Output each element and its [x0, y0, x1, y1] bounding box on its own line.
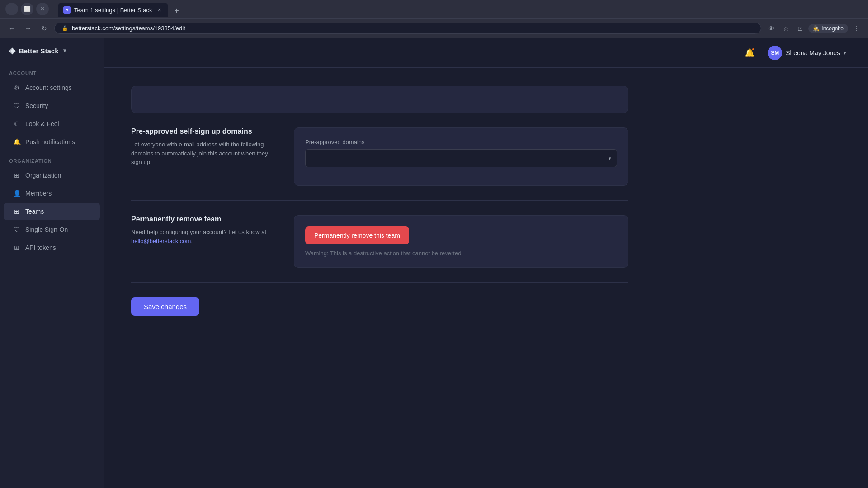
incognito-label: Incognito — [821, 25, 844, 32]
star-icon[interactable]: ☆ — [779, 22, 792, 35]
tab-bar: B Team 1 settings | Better Stack ✕ + — [52, 1, 188, 17]
settings-icon: ⚙ — [13, 84, 21, 92]
brand-icon: ◈ — [9, 46, 15, 56]
content-area: Pre-approved self-sign up domains Let ev… — [131, 86, 628, 316]
sidebar-item-api-tokens[interactable]: ⊞ API tokens — [4, 239, 100, 256]
close-window-button[interactable]: ✕ — [36, 3, 49, 15]
avatar: SM — [768, 46, 782, 60]
maximize-button[interactable]: ⬜ — [21, 3, 33, 15]
top-card-partial — [131, 86, 628, 113]
look-feel-icon: ☾ — [13, 120, 21, 128]
dropdown-chevron-icon: ▾ — [609, 155, 611, 161]
browser-actions: 👁 ☆ ⊡ 🕵 Incognito ⋮ — [765, 22, 863, 35]
sidebar-item-look-feel[interactable]: ☾ Look & Feel — [4, 115, 100, 132]
permanently-remove-button[interactable]: Permanently remove this team — [305, 226, 409, 244]
sidebar-item-label: Single Sign-On — [25, 226, 68, 233]
sidebar-item-organization[interactable]: ⊞ Organization — [4, 167, 100, 184]
permanently-remove-section: Permanently remove team Need help config… — [131, 215, 628, 283]
refresh-button[interactable]: ↻ — [38, 22, 51, 35]
pre-approved-domains-label: Pre-approved domains — [305, 139, 617, 145]
sidebar-item-account-settings[interactable]: ⚙ Account settings — [4, 79, 100, 96]
members-icon: 👤 — [13, 189, 21, 197]
pre-approved-domains-input[interactable]: ▾ — [305, 149, 617, 167]
sidebar-item-single-sign-on[interactable]: 🛡 Single Sign-On — [4, 221, 100, 238]
app-layout: ◈ Better Stack ▾ ACCOUNT ⚙ Account setti… — [0, 38, 868, 488]
pre-approved-section-left: Pre-approved self-sign up domains Let ev… — [131, 127, 276, 186]
contact-link-text: hello@betterstack.com — [131, 238, 191, 244]
active-tab[interactable]: B Team 1 settings | Better Stack ✕ — [58, 3, 168, 17]
permanently-remove-description: Need help configuring your account? Let … — [131, 228, 276, 245]
tab-close-button[interactable]: ✕ — [156, 6, 163, 14]
user-name: Sheena May Jones — [786, 49, 840, 56]
lock-icon: 🔒 — [62, 25, 68, 31]
pre-approved-domains-field: Pre-approved domains ▾ — [305, 139, 617, 167]
tab-title: Team 1 settings | Better Stack — [74, 7, 152, 14]
forward-button[interactable]: → — [22, 22, 34, 35]
minimize-button[interactable]: — — [5, 3, 18, 15]
user-chevron-icon: ▾ — [844, 50, 846, 56]
url-text: betterstack.com/settings/teams/193354/ed… — [72, 25, 185, 32]
sidebar: ◈ Better Stack ▾ ACCOUNT ⚙ Account setti… — [0, 38, 104, 488]
description-text: Need help configuring your account? Let … — [131, 229, 266, 235]
shield-icon: 🛡 — [13, 102, 21, 110]
sidebar-item-label: Security — [25, 102, 48, 109]
save-row: Save changes — [131, 297, 628, 316]
pre-approved-section: Pre-approved self-sign up domains Let ev… — [131, 127, 628, 201]
sidebar-item-label: Look & Feel — [25, 120, 59, 127]
sidebar-item-label: Organization — [25, 172, 61, 179]
notification-button[interactable]: 🔔 — [742, 46, 757, 60]
permanently-remove-section-left: Permanently remove team Need help config… — [131, 215, 276, 268]
description-end: . — [191, 238, 193, 244]
brand-name: Better Stack — [19, 47, 59, 55]
teams-icon: ⊞ — [13, 207, 21, 216]
incognito-icon: 🕵 — [813, 25, 820, 32]
brand-chevron: ▾ — [63, 47, 66, 54]
sidebar-item-teams[interactable]: ⊞ Teams — [4, 203, 100, 220]
pre-approved-section-right: Pre-approved domains ▾ — [294, 127, 628, 186]
permanently-remove-title: Permanently remove team — [131, 215, 276, 223]
account-section-label: ACCOUNT — [0, 63, 104, 79]
user-menu[interactable]: SM Sheena May Jones ▾ — [764, 44, 850, 62]
browser-toolbar: ← → ↻ 🔒 betterstack.com/settings/teams/1… — [0, 18, 868, 38]
back-button[interactable]: ← — [5, 22, 18, 35]
save-changes-button[interactable]: Save changes — [131, 297, 199, 316]
sidebar-header: ◈ Better Stack ▾ — [0, 38, 104, 63]
address-bar[interactable]: 🔒 betterstack.com/settings/teams/193354/… — [54, 23, 761, 34]
api-icon: ⊞ — [13, 244, 21, 252]
incognito-badge: 🕵 Incognito — [808, 24, 848, 33]
brand-logo[interactable]: ◈ Better Stack ▾ — [9, 46, 66, 56]
sidebar-item-security[interactable]: 🛡 Security — [4, 97, 100, 114]
main-content: Pre-approved self-sign up domains Let ev… — [104, 68, 868, 488]
eye-off-icon[interactable]: 👁 — [765, 22, 778, 35]
browser-window-controls: — ⬜ ✕ — [5, 3, 49, 15]
pre-approved-description: Let everyone with e-mail address with th… — [131, 140, 276, 167]
contact-link[interactable]: hello@betterstack.com — [131, 238, 191, 244]
sidebar-item-label: Teams — [25, 208, 44, 215]
warning-text: Warning: This is a destructive action th… — [305, 250, 617, 257]
organization-section-label: ORGANIZATION — [0, 151, 104, 166]
sso-icon: 🛡 — [13, 225, 21, 234]
org-icon: ⊞ — [13, 171, 21, 179]
split-view-icon[interactable]: ⊡ — [794, 22, 807, 35]
tab-favicon: B — [63, 6, 71, 14]
sidebar-item-label: API tokens — [25, 244, 56, 251]
sidebar-item-label: Members — [25, 190, 52, 197]
danger-section: Permanently remove this team Warning: Th… — [294, 215, 628, 268]
sidebar-item-label: Account settings — [25, 84, 72, 91]
browser-titlebar: — ⬜ ✕ B Team 1 settings | Better Stack ✕… — [0, 0, 868, 18]
bell-icon: 🔔 — [13, 138, 21, 146]
top-bar: 🔔 SM Sheena May Jones ▾ — [104, 38, 868, 68]
pre-approved-title: Pre-approved self-sign up domains — [131, 127, 276, 136]
sidebar-item-label: Push notifications — [25, 138, 75, 145]
browser-chrome: — ⬜ ✕ B Team 1 settings | Better Stack ✕… — [0, 0, 868, 38]
top-bar-right: 🔔 SM Sheena May Jones ▾ — [742, 44, 850, 62]
sidebar-item-push-notifications[interactable]: 🔔 Push notifications — [4, 133, 100, 150]
sidebar-item-members[interactable]: 👤 Members — [4, 185, 100, 202]
new-tab-button[interactable]: + — [170, 5, 183, 17]
more-options-button[interactable]: ⋮ — [850, 22, 863, 35]
